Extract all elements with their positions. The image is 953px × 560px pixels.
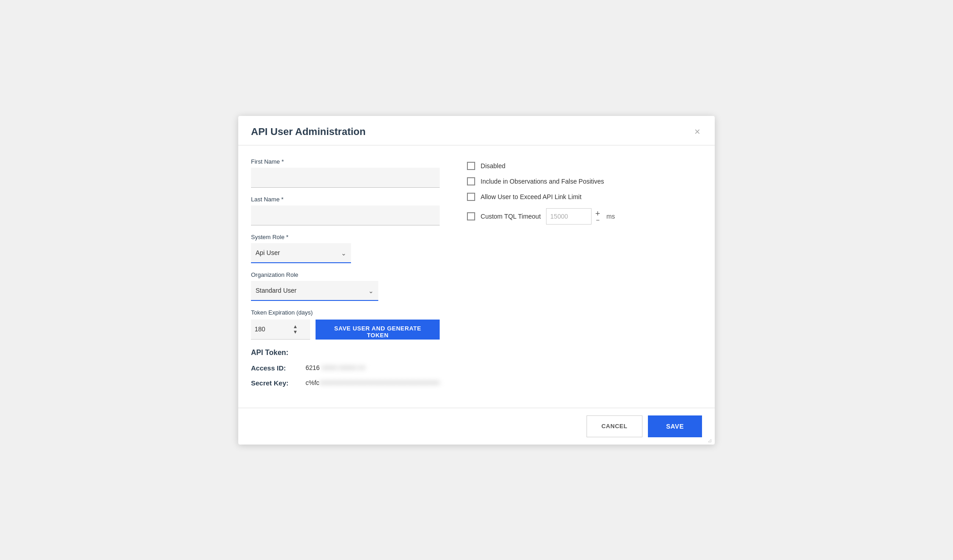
token-expiry-row: ▲ ▼ SAVE USER AND GENERATE TOKEN [251, 320, 440, 340]
access-id-label: Access ID: [251, 364, 296, 372]
first-name-input[interactable] [251, 168, 440, 188]
system-role-select-wrapper: Api User Admin Read Only ⌄ [251, 243, 351, 263]
org-role-label: Organization Role [251, 271, 440, 278]
first-name-label: First Name * [251, 158, 440, 165]
modal-footer: CANCEL SAVE [238, 408, 715, 445]
org-role-select[interactable]: Standard User Admin Read Only [251, 281, 378, 301]
cancel-button[interactable]: CANCEL [587, 415, 642, 437]
last-name-group: Last Name * [251, 196, 440, 225]
modal-title: API User Administration [251, 126, 366, 138]
modal-header: API User Administration × [238, 116, 715, 145]
observations-checkbox-row: Include in Observations and False Positi… [467, 177, 702, 185]
expiry-stepper[interactable]: ▲ ▼ [293, 324, 298, 335]
tql-stepper[interactable]: + − [594, 210, 601, 223]
secret-key-blurred: ••••••••••••••••••••••••••••••••••••••••… [319, 379, 440, 386]
resize-handle[interactable]: ⊿ [707, 437, 713, 443]
expiry-number-input[interactable] [255, 325, 291, 333]
access-id-row: Access ID: 6216 ••••••• •••••••• ••• [251, 364, 440, 372]
disabled-checkbox-row: Disabled [467, 162, 702, 170]
system-role-group: System Role * Api User Admin Read Only ⌄ [251, 234, 440, 263]
close-button[interactable]: × [692, 125, 702, 139]
tql-timeout-label: Custom TQL Timeout [481, 213, 541, 220]
disabled-checkbox[interactable] [467, 162, 475, 170]
api-token-title: API Token: [251, 349, 440, 357]
org-role-group: Organization Role Standard User Admin Re… [251, 271, 440, 301]
generate-token-button[interactable]: SAVE USER AND GENERATE TOKEN [316, 320, 440, 340]
org-role-select-wrapper: Standard User Admin Read Only ⌄ [251, 281, 378, 301]
tql-timeout-row: Custom TQL Timeout + − ms [467, 208, 702, 225]
form-right: Disabled Include in Observations and Fal… [467, 158, 702, 394]
last-name-input[interactable] [251, 205, 440, 225]
api-link-checkbox-row: Allow User to Exceed API Link Limit [467, 193, 702, 201]
access-id-blurred: ••••••• •••••••• ••• [320, 364, 365, 371]
tql-number-input[interactable] [546, 208, 592, 225]
tql-input-wrap: + − [546, 208, 601, 225]
system-role-label: System Role * [251, 234, 440, 240]
tql-timeout-checkbox[interactable] [467, 212, 475, 220]
token-expiry-section: Token Expiration (days) ▲ ▼ SAVE USER AN… [251, 309, 440, 340]
api-token-section: API Token: Access ID: 6216 ••••••• •••••… [251, 349, 440, 387]
first-name-group: First Name * [251, 158, 440, 188]
form-row: First Name * Last Name * System Role * A… [251, 158, 702, 394]
secret-key-row: Secret Key: c%fc••••••••••••••••••••••••… [251, 379, 440, 387]
observations-checkbox[interactable] [467, 177, 475, 185]
access-id-value: 6216 ••••••• •••••••• ••• [306, 364, 365, 371]
api-link-checkbox[interactable] [467, 193, 475, 201]
token-expiry-label: Token Expiration (days) [251, 309, 440, 316]
modal-body: First Name * Last Name * System Role * A… [238, 145, 715, 403]
last-name-label: Last Name * [251, 196, 440, 203]
form-left: First Name * Last Name * System Role * A… [251, 158, 440, 394]
system-role-select[interactable]: Api User Admin Read Only [251, 243, 351, 263]
save-button[interactable]: SAVE [648, 415, 702, 437]
secret-key-label: Secret Key: [251, 379, 296, 387]
api-user-admin-modal: API User Administration × First Name * L… [238, 116, 715, 445]
secret-key-value: c%fc••••••••••••••••••••••••••••••••••••… [306, 379, 440, 386]
ms-label: ms [607, 213, 615, 220]
expiry-input-wrap: ▲ ▼ [251, 320, 310, 340]
api-link-label: Allow User to Exceed API Link Limit [481, 193, 582, 200]
disabled-label: Disabled [481, 162, 505, 170]
observations-label: Include in Observations and False Positi… [481, 178, 604, 185]
